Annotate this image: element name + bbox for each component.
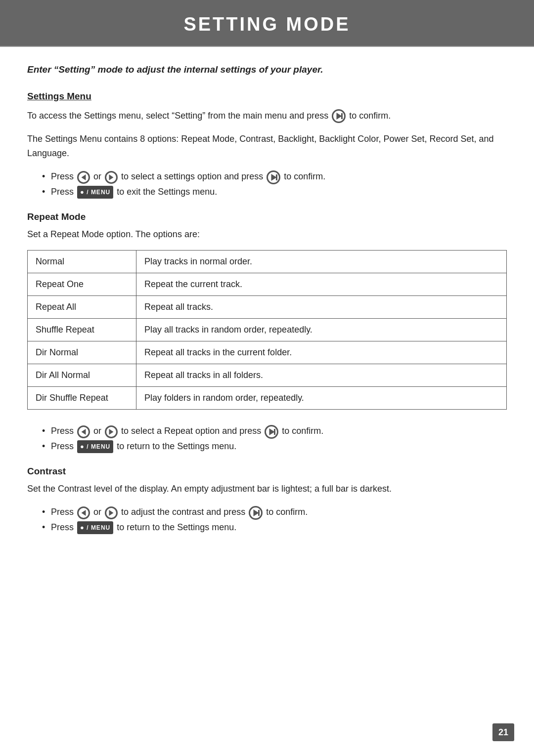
settings-bullet-2: Press ● / MENU to exit the Settings menu… (42, 184, 507, 200)
table-row: Repeat OneRepeat the current track. (28, 273, 507, 296)
table-row: Dir Shuffle RepeatPlay folders in random… (28, 387, 507, 410)
table-cell-description: Play all tracks in random order, repeate… (136, 319, 507, 341)
settings-menu-para1: To access the Settings menu, select “Set… (27, 109, 507, 123)
power-menu-icon-3: ● / MENU (77, 521, 113, 534)
table-cell-description: Repeat all tracks in all folders. (136, 364, 507, 387)
power-menu-icon: ● / MENU (77, 186, 113, 199)
settings-menu-para2: The Settings Menu contains 8 options: Re… (27, 132, 507, 161)
left-arrow-icon-2 (77, 425, 90, 438)
contrast-bullet-2: Press ● / MENU to return to the Settings… (42, 520, 507, 535)
power-menu-icon-2: ● / MENU (77, 440, 113, 453)
repeat-mode-intro: Set a Repeat Mode option. The options ar… (27, 227, 507, 242)
table-cell-option: Normal (28, 251, 136, 273)
repeat-bullet-2: Press ● / MENU to return to the Settings… (42, 439, 507, 454)
table-cell-description: Repeat all tracks. (136, 296, 507, 319)
page-header: SETTING MODE (0, 0, 534, 46)
table-cell-option: Repeat One (28, 273, 136, 296)
contrast-bullet-1: Press or to adjust the contrast and pres… (42, 504, 507, 520)
table-row: Dir NormalRepeat all tracks in the curre… (28, 341, 507, 364)
table-cell-description: Play tracks in normal order. (136, 251, 507, 273)
table-row: Dir All NormalRepeat all tracks in all f… (28, 364, 507, 387)
contrast-heading: Contrast (27, 466, 507, 477)
right-arrow-icon-2 (105, 425, 118, 438)
table-cell-option: Dir Shuffle Repeat (28, 387, 136, 410)
table-row: Shuffle RepeatPlay all tracks in random … (28, 319, 507, 341)
left-arrow-icon-3 (77, 506, 90, 519)
play-confirm-icon (332, 109, 346, 123)
settings-bullet-1: Press or to select a settings option and… (42, 169, 507, 184)
contrast-para: Set the Contrast level of the display. A… (27, 482, 507, 496)
settings-menu-heading: Settings Menu (27, 91, 507, 102)
play-confirm-icon-2 (267, 170, 280, 184)
table-row: Repeat AllRepeat all tracks. (28, 296, 507, 319)
repeat-mode-heading: Repeat Mode (27, 211, 507, 222)
play-confirm-icon-3 (265, 425, 278, 439)
table-cell-description: Play folders in random order, repeatedly… (136, 387, 507, 410)
right-arrow-icon-3 (105, 506, 118, 519)
table-cell-option: Dir Normal (28, 341, 136, 364)
settings-menu-bullets: Press or to select a settings option and… (42, 169, 507, 199)
left-arrow-icon (77, 171, 90, 184)
right-arrow-icon (105, 171, 118, 184)
main-content: Enter “Setting” mode to adjust the inter… (0, 63, 534, 574)
table-cell-option: Dir All Normal (28, 364, 136, 387)
play-confirm-icon-4 (249, 506, 263, 520)
table-cell-description: Repeat all tracks in the current folder. (136, 341, 507, 364)
table-cell-option: Repeat All (28, 296, 136, 319)
contrast-bullets: Press or to adjust the contrast and pres… (42, 504, 507, 535)
page-title: SETTING MODE (20, 14, 514, 35)
table-row: NormalPlay tracks in normal order. (28, 251, 507, 273)
table-cell-description: Repeat the current track. (136, 273, 507, 296)
intro-paragraph: Enter “Setting” mode to adjust the inter… (27, 63, 507, 77)
repeat-mode-bullets: Press or to select a Repeat option and p… (42, 423, 507, 454)
page-number: 21 (492, 723, 514, 741)
header-rule (0, 46, 534, 47)
repeat-mode-table: NormalPlay tracks in normal order.Repeat… (27, 250, 507, 410)
table-cell-option: Shuffle Repeat (28, 319, 136, 341)
repeat-bullet-1: Press or to select a Repeat option and p… (42, 423, 507, 439)
